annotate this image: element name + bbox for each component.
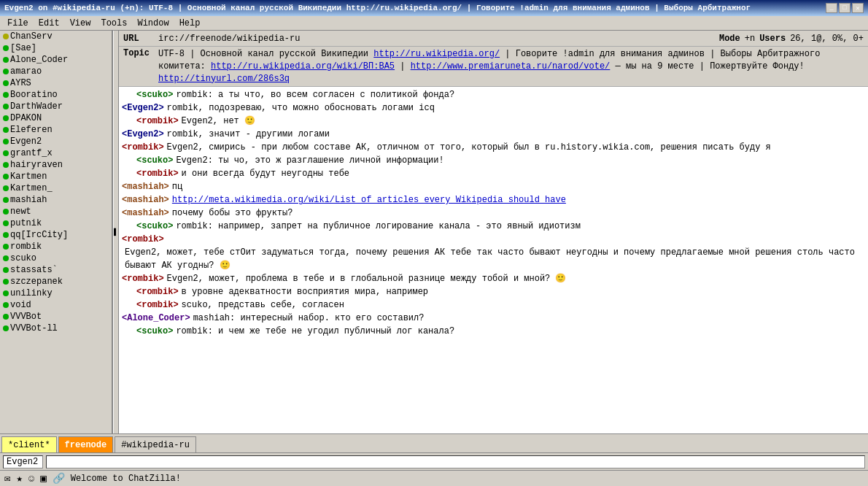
sidebar-item-kartmen[interactable]: Kartmen [0,171,112,182]
sidebar-item-putnik[interactable]: putnik [0,217,112,229]
message-nick: <scuko> [136,88,173,101]
sidebar-item-szczepanek[interactable]: szczepanek [0,276,112,288]
menu-edit[interactable]: Edit [34,17,64,30]
sidebar-item-stassats`[interactable]: stassats` [0,264,112,276]
user-status-dot [3,279,9,285]
chat-area: URL irc://freenode/wikipedia-ru Mode +n … [119,31,868,433]
url-bar: URL irc://freenode/wikipedia-ru Mode +n … [119,31,868,47]
user-status-dot [3,69,9,74]
user-status-dot [3,325,9,331]
sidebar-item-newt[interactable]: newt [0,206,112,217]
message-nick: <rombik> [136,115,179,128]
message-line: <mashiah>пц [122,180,865,193]
menu-help[interactable]: Help [175,17,205,30]
topic-link-3[interactable]: http://www.premiaruneta.ru/narod/vote/ [411,61,611,72]
url-label: URL [123,34,152,44]
message-line: <mashiah>http://meta.wikimedia.org/wiki/… [122,193,865,207]
message-line: <Evgen2>rombik, подозреваю, что можно об… [122,101,865,115]
sidebar-item-qq[irccity][interactable]: qq[IrcCity] [0,229,112,241]
topic-link-2[interactable]: http://ru.wikipedia.org/wiki/ВП:ВА5 [211,61,395,72]
status-icon-envelope: ✉ [4,472,10,485]
user-status-dot [3,232,9,238]
topic-link-4[interactable]: http://tinyurl.com/286s3q [158,74,290,84]
message-text: rombik: например, запрет на публичное ло… [176,220,581,233]
messages-area: <scuko>rombik: а ты что, во всем согласе… [119,87,868,433]
message-text: Evgen2, нет 🙂 [182,115,255,128]
sidebar-item-scuko[interactable]: scuko [0,252,112,264]
menu-file[interactable]: File [3,17,33,30]
menu-view[interactable]: View [66,17,96,30]
sidebar-item-rombik[interactable]: rombik [0,241,112,252]
tab--client-[interactable]: *client* [1,436,57,452]
status-text: Welcome to ChatZilla! [71,474,181,484]
sidebar-item-evgen2[interactable]: Evgen2 [0,136,112,147]
minimize-button[interactable]: _ [826,3,837,13]
sidebar-item-label: newt [10,207,31,217]
title-bar: Evgen2 on #wikipedia-ru (+n): UTF-8 | Ос… [0,0,868,16]
sidebar-item-label: scuko [10,253,36,263]
close-button[interactable]: ✕ [852,3,864,13]
message-text: rombik, значит - другими логами [167,128,330,141]
sidebar-item-darthwader[interactable]: DarthWader [0,101,112,112]
user-status-dot [3,139,9,144]
input-row: Evgen2 [0,452,868,470]
sidebar-item-ayrs[interactable]: AYRS [0,77,112,89]
menu-tools[interactable]: Tools [96,17,131,30]
mode-label: Mode [719,34,740,44]
menu-bar: File Edit View Tools Window Help [0,16,868,31]
sidebar-item-label: Booratino [10,90,58,100]
user-status-dot [3,115,9,121]
message-nick: <Evgen2> [122,128,164,141]
topic-text-before: UTF-8 | Основной канал русской Википедии [158,49,368,59]
user-status-dot [3,162,9,168]
menu-window[interactable]: Window [133,17,173,30]
sidebar-item-label: szczepanek [10,277,63,287]
sidebar-item-booratino[interactable]: Booratino [0,89,112,101]
maximize-button[interactable]: □ [839,3,850,13]
message-text: rombik: и чем же тебе не угодил публичны… [176,325,454,338]
message-text: почему бобы это фрукты? [172,207,293,220]
sidebar-item-label: ChanServ [10,31,53,42]
tab-bar: *client*freenode#wikipedia-ru [0,433,868,452]
message-line: <Alone_Coder>mashiah: интересный набор. … [122,312,865,325]
sidebar-item-label: void [10,300,31,310]
status-icon-star: ★ [16,472,22,485]
sidebar-resize-handle[interactable]: ▌ [113,31,119,433]
main-container: ChanServ[Sae]Alone_CoderamaraoAYRSBoorat… [0,31,868,433]
message-nick: <rombik> [136,167,179,180]
sidebar-item-void[interactable]: void [0,299,112,311]
sidebar-item-hairyraven[interactable]: hairyraven [0,159,112,171]
sidebar-item-label: VVVBot-ll [10,323,58,333]
sidebar-item-unilinky[interactable]: unilinky [0,288,112,299]
sidebar-item-label: DPAKON [10,113,42,123]
sidebar-item-alone_coder[interactable]: Alone_Coder [0,54,112,66]
sidebar-item-chanserv[interactable]: ChanServ [0,31,112,42]
sidebar-item-kartmen_[interactable]: Kartmen_ [0,182,112,194]
message-nick: <mashiah> [122,193,169,207]
sidebar-item-dpakon[interactable]: DPAKON [0,112,112,124]
message-link[interactable]: http://meta.wikimedia.org/wiki/List_of_a… [172,195,566,205]
sidebar-item-vvvbot[interactable]: VVVBot [0,311,112,323]
tab--wikipedia-ru[interactable]: #wikipedia-ru [115,436,196,452]
message-nick: <rombik> [122,272,164,285]
topic-link-1[interactable]: http://ru.wikipedia.org/ [373,49,500,59]
message-nick: <rombik> [122,141,164,154]
tab-freenode[interactable]: freenode [58,436,114,452]
user-status-dot [3,290,9,296]
user-status-dot [3,314,9,320]
sidebar-item-label: grantf_x [10,148,53,158]
sidebar-item-label: Kartmen_ [10,183,53,193]
sidebar-item-mashiah[interactable]: mashiah [0,194,112,206]
message-text: rombik, подозреваю, что можно обосновать… [167,101,435,115]
user-status-dot [3,80,9,86]
sidebar-item-label: Kartmen [10,171,47,182]
sidebar-item-[sae][interactable]: [Sae] [0,42,112,54]
message-line: <scuko>rombik: а ты что, во всем согласе… [122,88,865,101]
sidebar-item-label: AYRS [10,78,31,88]
sidebar-item-amarao[interactable]: amarao [0,66,112,77]
topic-text-mid2: | [400,61,405,72]
sidebar-item-vvvbot-ll[interactable]: VVVBot-ll [0,323,112,334]
chat-input[interactable] [46,455,865,468]
sidebar-item-grantf_x[interactable]: grantf_x [0,147,112,159]
sidebar-item-eleferen[interactable]: Eleferen [0,124,112,136]
